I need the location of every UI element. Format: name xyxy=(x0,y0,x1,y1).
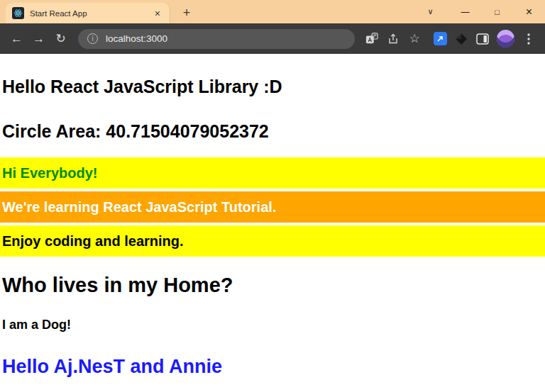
tab-close-icon[interactable]: × xyxy=(152,7,163,20)
banner-learning-react: We're learning React JavaScript Tutorial… xyxy=(0,191,545,223)
banner-hi-everybody: Hi Everybody! xyxy=(0,157,545,189)
heading-hello-react: Hello React JavaScript Library :D xyxy=(0,77,545,97)
minimize-button[interactable]: — xyxy=(449,0,481,23)
share-icon[interactable] xyxy=(382,28,404,50)
close-window-button[interactable]: × xyxy=(513,0,545,23)
forward-icon[interactable]: → xyxy=(28,28,50,50)
translate-icon[interactable] xyxy=(361,28,382,50)
heading-who-lives: Who lives in my Home? xyxy=(0,274,545,297)
site-info-icon[interactable]: i xyxy=(87,33,98,44)
reload-icon[interactable]: ↻ xyxy=(50,28,72,50)
maximize-button[interactable]: □ xyxy=(481,0,513,23)
browser-toolbar: ← → ↻ i localhost:3000 ☆ xyxy=(0,23,545,54)
address-bar[interactable]: i localhost:3000 xyxy=(78,29,355,49)
react-favicon-icon xyxy=(12,7,24,19)
extension-blue-icon[interactable] xyxy=(429,28,451,50)
url-text[interactable]: localhost:3000 xyxy=(106,33,167,44)
tab-strip: Start React App × + ∨ — □ × xyxy=(0,0,545,23)
tab-start-react-app[interactable]: Start React App × xyxy=(6,3,170,23)
browser-window: Start React App × + ∨ — □ × ← → ↻ i loca… xyxy=(0,0,545,392)
extension-pinwheel-icon[interactable] xyxy=(451,28,472,50)
new-tab-button[interactable]: + xyxy=(177,4,196,22)
tab-title: Start React App xyxy=(30,9,146,18)
window-controls: ∨ — □ × xyxy=(414,0,545,23)
banner-enjoy-coding: Enjoy coding and learning. xyxy=(0,225,545,257)
bookmark-star-icon[interactable]: ☆ xyxy=(404,28,425,50)
back-icon[interactable]: ← xyxy=(6,28,28,50)
profile-avatar[interactable] xyxy=(497,30,514,47)
side-panel-icon[interactable] xyxy=(472,28,493,50)
heading-circle-area: Circle Area: 40.71504079052372 xyxy=(0,121,545,142)
text-i-am-a-dog: I am a Dog! xyxy=(0,318,545,332)
window-chevron-icon[interactable]: ∨ xyxy=(414,0,446,23)
heading-hello-names: Hello Aj.NesT and Annie xyxy=(0,356,545,378)
page-content: Hello React JavaScript Library :D Circle… xyxy=(0,54,545,392)
menu-kebab-icon[interactable] xyxy=(518,28,539,50)
